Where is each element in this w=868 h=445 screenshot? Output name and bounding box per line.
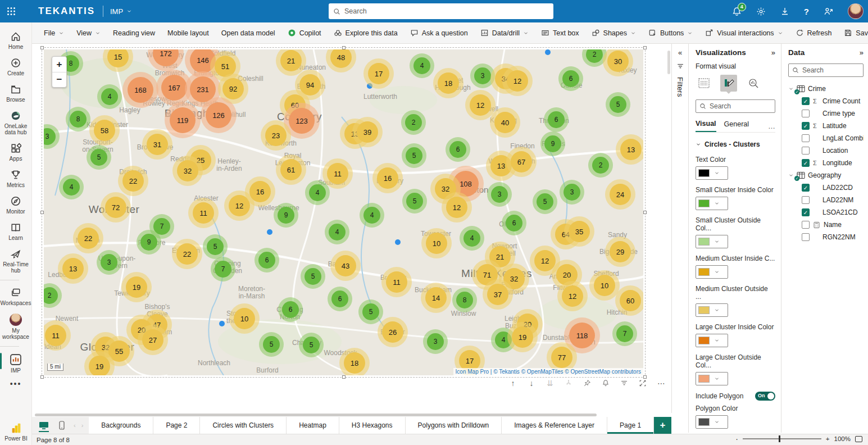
map-cluster[interactable]: 6	[446, 137, 470, 162]
zoom-in-icon[interactable]: +	[826, 435, 830, 442]
mobile-layout-button[interactable]	[56, 417, 68, 434]
map-cluster[interactable]: 168	[122, 72, 158, 108]
map-cluster[interactable]: 3	[423, 329, 448, 354]
map-cluster[interactable]: 31	[142, 129, 172, 160]
sidebar-item-workspaces[interactable]: Workspaces	[0, 283, 32, 310]
toggle-include-polygon[interactable]: On	[755, 392, 775, 401]
map-cluster[interactable]: 5	[533, 189, 557, 214]
menu-item-buttons[interactable]: Buttons	[643, 26, 698, 40]
waffle-menu-icon[interactable]	[0, 0, 22, 22]
expand-all-icon[interactable]	[564, 379, 573, 388]
map-cluster[interactable]: 6	[328, 287, 352, 311]
map-cluster[interactable]: 12	[502, 66, 533, 96]
map-cluster[interactable]: 6	[558, 66, 583, 91]
map-cluster[interactable]: 5	[259, 332, 284, 357]
map-cluster[interactable]: 11	[381, 267, 412, 297]
map-cluster[interactable]: 3	[44, 124, 60, 149]
sidebar-item-imp[interactable]: IMP	[0, 349, 32, 377]
map-cluster[interactable]: 4	[97, 84, 122, 109]
page-tab-page-2[interactable]: Page 2	[153, 417, 200, 434]
expand-filters-icon[interactable]: «	[678, 48, 682, 57]
focus-mode-icon[interactable]	[638, 379, 647, 388]
map-point-marker[interactable]	[267, 229, 272, 235]
sidebar-item-my-workspace[interactable]: My workspace	[0, 310, 32, 343]
map-attribution[interactable]: Icon Map Pro | © Tekantis © OpenMapTiles…	[453, 368, 643, 375]
data-field-lad22cd[interactable]: ✓ LAD22CD	[788, 181, 864, 194]
map-cluster[interactable]: 7	[211, 257, 235, 281]
color-picker-polygon-color[interactable]	[696, 415, 728, 429]
page-tab-backgrounds[interactable]: Backgrounds	[89, 417, 153, 434]
format-search-input[interactable]: Search	[696, 99, 775, 113]
map-cluster[interactable]: 23	[261, 120, 291, 151]
global-search-input[interactable]: Search	[329, 3, 553, 19]
map-cluster[interactable]: 60	[615, 285, 643, 316]
sidebar-item-home[interactable]: Home	[0, 27, 32, 53]
map-cluster[interactable]: 39	[352, 117, 383, 147]
field-checkbox[interactable]: ✓	[802, 208, 810, 216]
map-cluster[interactable]: 13	[616, 134, 643, 165]
map-cluster[interactable]: 6	[255, 248, 279, 273]
field-checkbox[interactable]: ✓	[802, 184, 810, 192]
map-cluster[interactable]: 10	[229, 303, 260, 334]
map-cluster[interactable]: 12	[442, 192, 472, 222]
map-cluster[interactable]: 5	[299, 333, 324, 357]
tab-visual[interactable]: Visual	[696, 120, 716, 132]
data-field-crime-count[interactable]: ✓ΣCrime Count	[788, 95, 864, 107]
data-field-rgn22nm[interactable]: RGN22NM	[788, 231, 864, 243]
map-cluster[interactable]: 5	[402, 143, 426, 168]
map-cluster[interactable]: 2	[588, 153, 613, 178]
download-button[interactable]	[780, 7, 789, 16]
map-cluster[interactable]: 24	[605, 179, 635, 210]
prev-page-icon[interactable]: ‹	[74, 422, 76, 429]
data-table-crime[interactable]: ✓Crime	[788, 83, 864, 95]
field-checkbox[interactable]	[802, 196, 810, 204]
menu-item-open-data-model[interactable]: Open data model	[216, 26, 280, 40]
map-cluster[interactable]: 19	[121, 272, 152, 302]
map-cluster[interactable]: 61	[276, 155, 306, 185]
map-cluster[interactable]: 17	[363, 58, 394, 89]
page-tab-images-reference-layer[interactable]: Images & Reference Layer	[502, 417, 607, 434]
map-cluster[interactable]: 5	[402, 189, 427, 214]
map-cluster[interactable]: 4	[360, 203, 384, 228]
new-page-button[interactable]: +	[654, 417, 671, 434]
map-cluster[interactable]: 8	[66, 107, 90, 131]
map-cluster[interactable]: 27	[138, 325, 168, 355]
page-tab-polygons-with-drilldown[interactable]: Polygons with Drilldown	[406, 417, 502, 434]
color-picker-large-cluster-inside-color[interactable]	[696, 334, 728, 347]
map-cluster[interactable]: 18	[339, 348, 370, 375]
notifications-button[interactable]: 4	[732, 7, 742, 16]
fit-to-page-icon[interactable]	[855, 436, 862, 442]
next-page-icon[interactable]: ›	[81, 422, 84, 429]
menu-item-data-drill[interactable]: Data/drill	[475, 26, 534, 40]
data-field-lnglat-combin[interactable]: LngLat Combin...	[788, 132, 864, 144]
color-picker-small-cluster-inside-color[interactable]	[696, 197, 728, 210]
map-cluster[interactable]: 18	[433, 68, 463, 98]
map-point-marker[interactable]	[219, 321, 225, 326]
map-cluster[interactable]: 9	[540, 131, 565, 156]
collapse-visualizations-icon[interactable]: »	[771, 48, 775, 57]
map-cluster[interactable]: 58	[89, 115, 120, 146]
menu-item-ask-a-question[interactable]: Ask a question	[405, 26, 473, 40]
map-cluster[interactable]: 9	[274, 203, 298, 228]
sidebar-item-monitor[interactable]: Monitor	[0, 192, 32, 218]
map-cluster[interactable]: 29	[605, 237, 635, 267]
build-visual-button[interactable]	[696, 75, 712, 92]
menu-item-shapes[interactable]: Shapes	[587, 26, 641, 40]
data-field-lad22nm[interactable]: LAD22NM	[788, 194, 864, 206]
map-cluster[interactable]: 3	[560, 180, 584, 205]
user-avatar[interactable]	[848, 3, 864, 19]
sidebar-item-onelake-data-hub[interactable]: OneLake data hub	[0, 106, 32, 139]
map-cluster[interactable]: 2	[401, 110, 426, 135]
data-field-crime-type[interactable]: Crime type	[788, 107, 864, 120]
map-cluster[interactable]: 10	[589, 270, 620, 301]
sidebar-item-more[interactable]: •••	[0, 377, 32, 390]
page-tab-heatmap[interactable]: Heatmap	[287, 417, 339, 434]
map-point-marker[interactable]	[545, 49, 551, 55]
map-cluster[interactable]: 5	[301, 264, 325, 289]
menu-item-text-box[interactable]: Text box	[536, 26, 584, 40]
map-cluster[interactable]: 35	[564, 216, 594, 247]
map-cluster[interactable]: 11	[44, 320, 71, 351]
help-button[interactable]: ?	[804, 7, 809, 16]
desktop-layout-button[interactable]	[38, 417, 50, 434]
map-cluster[interactable]: 72	[101, 192, 131, 222]
